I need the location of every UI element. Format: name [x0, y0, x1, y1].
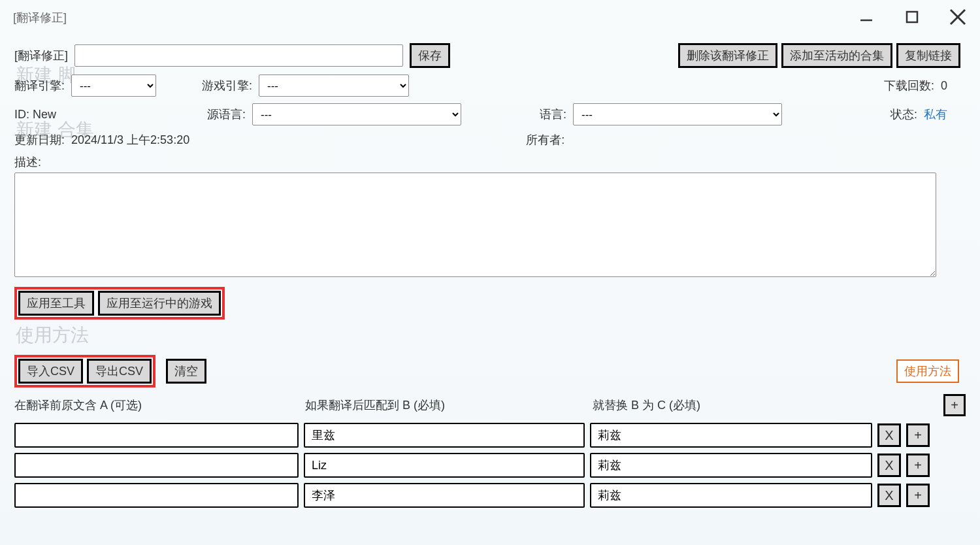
add-row-button[interactable]: +: [906, 454, 930, 477]
import-csv-button[interactable]: 导入CSV: [18, 359, 83, 384]
update-date-value: 2024/11/3 上午2:53:20: [71, 132, 189, 148]
close-button[interactable]: [946, 5, 970, 29]
add-row-button[interactable]: +: [906, 423, 930, 447]
name-input[interactable]: [74, 44, 403, 67]
description-label: 描述:: [14, 154, 41, 170]
rule-row: X+: [14, 423, 966, 448]
maximize-button[interactable]: [900, 5, 924, 29]
lang-label: 语言:: [540, 107, 566, 122]
rule-a-input[interactable]: [14, 483, 299, 508]
add-row-button[interactable]: +: [906, 484, 930, 507]
description-textarea[interactable]: [14, 173, 936, 277]
owner-label: 所有者:: [526, 132, 564, 148]
save-button[interactable]: 保存: [410, 43, 450, 68]
rule-c-input[interactable]: [590, 483, 872, 508]
titlebar: [翻译修正]: [0, 0, 980, 35]
id-label: ID: New: [14, 108, 201, 122]
rules-list: X+X+X+: [14, 423, 966, 508]
source-lang-label: 源语言:: [207, 107, 246, 122]
window-controls: [855, 5, 970, 29]
engine-label: 翻译引擎:: [14, 78, 65, 93]
svg-rect-1: [907, 12, 917, 22]
game-engine-label: 游戏引擎:: [202, 78, 252, 93]
game-engine-select[interactable]: ---: [259, 74, 409, 97]
rule-row: X+: [14, 483, 966, 508]
apply-to-game-button[interactable]: 应用至运行中的游戏: [98, 291, 221, 316]
column-c-header: 就替换 B 为 C (必填): [593, 397, 875, 413]
apply-button-group: 应用至工具 应用至运行中的游戏: [14, 287, 225, 320]
apply-to-tool-button[interactable]: 应用至工具: [18, 291, 94, 316]
column-a-header: 在翻译前原文含 A (可选): [14, 397, 299, 413]
engine-select[interactable]: ---: [71, 74, 156, 97]
minimize-button[interactable]: [855, 5, 878, 29]
download-count-value: 0: [941, 79, 947, 93]
csv-button-group: 导入CSV 导出CSV: [14, 355, 155, 388]
rule-row: X+: [14, 453, 966, 478]
rule-b-input[interactable]: [304, 453, 585, 478]
status-label: 状态:: [890, 107, 917, 122]
status-value[interactable]: 私有: [924, 107, 947, 122]
delete-button[interactable]: 删除该翻译修正: [678, 43, 777, 68]
delete-row-button[interactable]: X: [877, 423, 901, 447]
rule-a-input[interactable]: [14, 423, 299, 448]
add-row-top-button[interactable]: +: [943, 394, 966, 416]
usage-button[interactable]: 使用方法: [896, 359, 959, 383]
column-b-header: 如果翻译后匹配到 B (必填): [305, 397, 586, 413]
rule-c-input[interactable]: [590, 453, 872, 478]
clear-button[interactable]: 清空: [166, 359, 206, 384]
rule-c-input[interactable]: [590, 423, 872, 448]
rule-b-input[interactable]: [304, 483, 585, 508]
delete-row-button[interactable]: X: [877, 454, 901, 477]
update-date-label: 更新日期:: [14, 132, 65, 148]
copy-link-button[interactable]: 复制链接: [896, 43, 960, 68]
delete-row-button[interactable]: X: [877, 484, 901, 507]
rule-b-input[interactable]: [304, 423, 585, 448]
export-csv-button[interactable]: 导出CSV: [87, 359, 152, 384]
lang-select[interactable]: ---: [573, 103, 782, 125]
name-label: [翻译修正]: [14, 48, 68, 63]
add-to-collection-button[interactable]: 添加至活动的合集: [781, 43, 892, 68]
source-lang-select[interactable]: ---: [252, 103, 461, 125]
rule-a-input[interactable]: [14, 453, 299, 478]
download-count-label: 下载回数:: [884, 78, 934, 93]
window-title: [翻译修正]: [13, 10, 67, 25]
